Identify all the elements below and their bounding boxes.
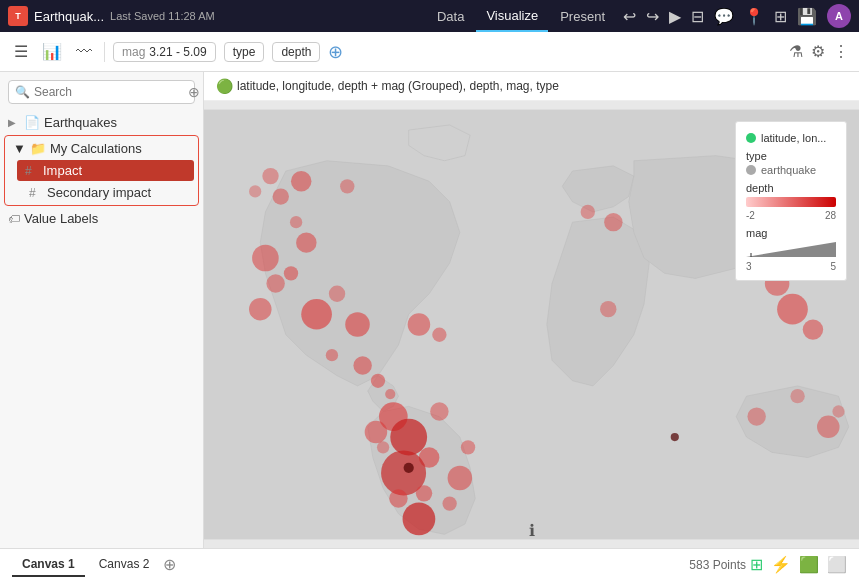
- filter-icon[interactable]: ⚗: [789, 42, 803, 61]
- svg-point-21: [430, 402, 448, 420]
- legend-depth-max: 28: [825, 210, 836, 221]
- toolbar-right: ⚗ ⚙ ⋮: [789, 42, 849, 61]
- svg-point-24: [442, 496, 456, 510]
- svg-point-36: [817, 416, 840, 439]
- svg-point-47: [404, 463, 414, 473]
- share-icon[interactable]: ⊟: [691, 7, 704, 26]
- legend-type-label: type: [746, 150, 836, 162]
- svg-point-7: [345, 312, 370, 337]
- svg-point-5: [301, 299, 332, 330]
- search-input[interactable]: [34, 85, 184, 99]
- svg-point-27: [365, 421, 388, 444]
- svg-point-26: [389, 489, 407, 507]
- settings-icon[interactable]: ⚙: [811, 42, 825, 61]
- svg-point-44: [600, 301, 616, 317]
- expand-icon[interactable]: ⊞: [774, 7, 787, 26]
- line-chart-icon[interactable]: 〰: [72, 41, 96, 63]
- save-icon[interactable]: 💾: [797, 7, 817, 26]
- add-filter-button[interactable]: ⊕: [328, 41, 343, 63]
- svg-point-10: [371, 374, 385, 388]
- sidebar-item-impact[interactable]: # Impact: [17, 160, 194, 181]
- filter-mag[interactable]: mag 3.21 - 5.09: [113, 42, 216, 62]
- top-nav-tabs: Data Visualize Present: [427, 0, 615, 32]
- legend-mag-range: 3 5: [746, 261, 836, 272]
- toolbar-left: ☰ 📊 〰: [10, 40, 96, 63]
- calculations-container: ▼ 📁 My Calculations # Impact # Secondary…: [4, 135, 199, 206]
- svg-point-12: [290, 216, 302, 228]
- comment-icon[interactable]: 💬: [714, 7, 734, 26]
- legend-depth-gradient: [746, 197, 836, 207]
- bar-chart-icon[interactable]: 📊: [38, 40, 66, 63]
- tab-present[interactable]: Present: [550, 0, 615, 32]
- file-icon: 📄: [24, 115, 40, 130]
- tab-canvas-2[interactable]: Canvas 2: [89, 553, 160, 577]
- svg-point-8: [326, 349, 338, 361]
- svg-point-22: [377, 441, 389, 453]
- undo-icon[interactable]: ↩: [623, 7, 636, 26]
- redo-icon[interactable]: ↪: [646, 7, 659, 26]
- legend-mag-min: 3: [746, 261, 752, 272]
- avatar[interactable]: A: [827, 4, 851, 28]
- map-dot-icon: 🟢: [216, 78, 233, 94]
- value-labels-label: Value Labels: [24, 211, 98, 226]
- calc-items: # Impact # Secondary impact: [5, 160, 198, 203]
- list-icon[interactable]: ☰: [10, 40, 32, 63]
- square-active-icon[interactable]: 🟩: [799, 555, 819, 574]
- legend-dot-green: [746, 133, 756, 143]
- legend-position-item: latitude, lon...: [746, 132, 836, 144]
- app-icon: T: [8, 6, 28, 26]
- svg-point-25: [403, 503, 436, 536]
- map-header-text: latitude, longitude, depth + mag (Groupe…: [237, 79, 559, 93]
- tab-visualize[interactable]: Visualize: [476, 0, 548, 32]
- svg-point-32: [262, 168, 278, 184]
- play-icon[interactable]: ▶: [669, 7, 681, 26]
- tab-data[interactable]: Data: [427, 0, 474, 32]
- svg-point-34: [747, 407, 765, 425]
- svg-point-41: [803, 319, 823, 339]
- tab-canvas-1[interactable]: Canvas 1: [12, 553, 85, 577]
- grid-icon[interactable]: ⊞: [750, 555, 763, 574]
- svg-point-30: [266, 274, 284, 292]
- sidebar-item-earthquakes[interactable]: ▶ 📄 Earthquakes: [0, 112, 203, 133]
- hash-icon-impact: #: [25, 164, 39, 178]
- svg-point-15: [340, 179, 354, 193]
- main-layout: 🔍 ⊕ ▶ 📄 Earthquakes ▼ 📁 My Calculations: [0, 72, 859, 548]
- legend-position-label: latitude, lon...: [761, 132, 826, 144]
- sidebar-item-secondary-impact[interactable]: # Secondary impact: [13, 182, 198, 203]
- search-add-icon[interactable]: ⊕: [188, 84, 200, 100]
- info-icon[interactable]: ℹ: [529, 521, 535, 540]
- svg-point-28: [461, 440, 475, 454]
- toolbar-separator: [104, 42, 105, 62]
- filter-type[interactable]: type: [224, 42, 265, 62]
- svg-point-6: [329, 286, 345, 302]
- more-icon[interactable]: ⋮: [833, 42, 849, 61]
- sidebar-item-value-labels[interactable]: 🏷 Value Labels: [0, 208, 203, 229]
- legend-depth-section: depth -2 28: [746, 182, 836, 221]
- sidebar: 🔍 ⊕ ▶ 📄 Earthquakes ▼ 📁 My Calculations: [0, 72, 204, 548]
- legend-mag-triangle: [746, 242, 836, 258]
- legend-earthquake-label: earthquake: [761, 164, 816, 176]
- top-bar-icons: ↩ ↪ ▶ ⊟ 💬 📍 ⊞ 💾 A: [623, 4, 851, 28]
- lightning-icon[interactable]: ⚡: [771, 555, 791, 574]
- svg-point-13: [273, 188, 289, 204]
- add-canvas-button[interactable]: ⊕: [163, 555, 176, 574]
- filter-mag-value: 3.21 - 5.09: [149, 45, 206, 59]
- map-container[interactable]: latitude, lon... type earthquake depth -…: [204, 101, 859, 548]
- svg-point-14: [291, 171, 311, 191]
- expand-arrow-icon: ▶: [8, 117, 20, 128]
- legend-mag-label: mag: [746, 227, 836, 239]
- legend-depth-range: -2 28: [746, 210, 836, 221]
- svg-point-37: [832, 405, 844, 417]
- my-calculations-label: My Calculations: [50, 141, 142, 156]
- legend-mag-section: mag 3 5: [746, 227, 836, 272]
- sidebar-item-my-calculations[interactable]: ▼ 📁 My Calculations: [5, 138, 198, 159]
- svg-point-48: [671, 433, 679, 441]
- svg-point-40: [777, 294, 808, 325]
- svg-marker-49: [746, 242, 836, 257]
- legend-dot-gray: [746, 165, 756, 175]
- location-icon[interactable]: 📍: [744, 7, 764, 26]
- svg-point-29: [252, 245, 279, 272]
- legend-mag-max: 5: [830, 261, 836, 272]
- filter-depth[interactable]: depth: [272, 42, 320, 62]
- square-icon[interactable]: ⬜: [827, 555, 847, 574]
